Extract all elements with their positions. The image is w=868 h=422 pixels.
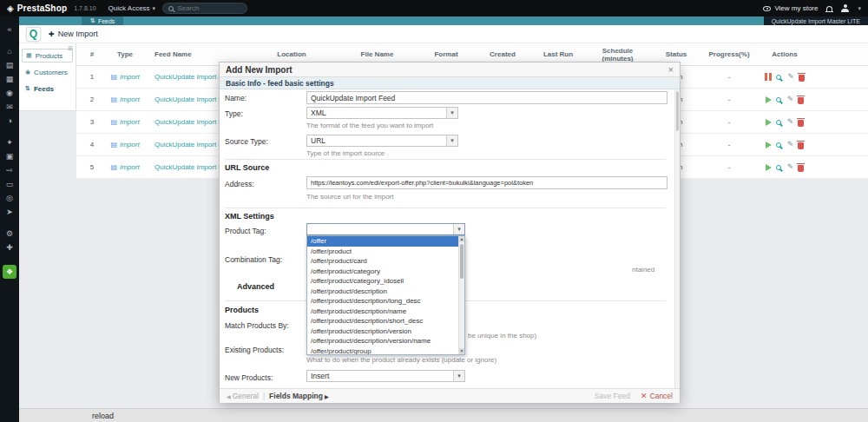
dropdown-option[interactable]: /offer/product/description <box>307 287 464 297</box>
type-select[interactable]: XML ▾ <box>306 107 458 119</box>
edit-pencil-icon[interactable]: ✎ <box>787 141 794 148</box>
fields-mapping-tab[interactable]: Fields Mapping ▶ <box>269 392 329 400</box>
sidebar-item-feeds[interactable]: ⇅ Feeds <box>22 82 73 96</box>
edit-pencil-icon[interactable]: ✎ <box>787 73 794 81</box>
col-last-run[interactable]: Last Run <box>529 50 588 58</box>
cancel-button[interactable]: ✕ Cancel <box>641 392 673 400</box>
quickupdate-module-tile[interactable]: ❖ <box>3 265 16 279</box>
dropdown-option[interactable]: /offer/product/description/version/name <box>307 336 464 346</box>
scrollbar-thumb[interactable] <box>676 91 679 131</box>
run-button[interactable] <box>766 96 772 103</box>
col-schedule[interactable]: Schedule (minutes) <box>588 47 648 63</box>
advanced-toggle[interactable]: Advanced <box>237 282 274 291</box>
basic-info-section-header: Basic Info - feed basic settings <box>220 77 680 89</box>
preview-button[interactable] <box>776 142 781 148</box>
dropdown-option[interactable]: /offer/product/description/name <box>307 307 464 317</box>
user-avatar-icon[interactable] <box>841 4 849 12</box>
orders-icon[interactable]: ▤ <box>6 61 14 69</box>
run-button[interactable] <box>766 164 772 171</box>
payment-icon[interactable]: ▭ <box>6 180 14 188</box>
collapse-menu-icon[interactable]: « <box>7 25 11 34</box>
dropdown-option[interactable]: /offer/product/card <box>307 256 464 267</box>
view-store-label: View my store <box>774 4 818 12</box>
delete-trash-icon[interactable] <box>799 75 805 82</box>
advertising-icon[interactable]: ➤ <box>6 208 13 216</box>
customer-service-icon[interactable]: ✉ <box>6 102 13 111</box>
dropdown-option[interactable]: /offer/product/description/version <box>307 326 464 337</box>
row-type: ▤Import <box>108 96 142 103</box>
preview-button[interactable] <box>776 165 781 170</box>
product-tag-select[interactable]: ▾ <box>306 223 465 235</box>
edit-pencil-icon[interactable]: ✎ <box>787 118 794 126</box>
modal-header: Add New Import × <box>220 63 680 77</box>
new-products-select[interactable]: Insert ▾ <box>306 370 465 382</box>
col-created[interactable]: Created <box>477 50 529 58</box>
version-label: 1.7.8.10 <box>74 5 95 11</box>
shipping-icon[interactable]: ⇨ <box>6 166 13 175</box>
scrollbar-thumb[interactable] <box>460 244 464 279</box>
notifications-bell-icon[interactable] <box>826 6 832 11</box>
modules-icon[interactable]: ✦ <box>6 138 13 147</box>
file-icon: ▤ <box>110 96 117 103</box>
run-button[interactable] <box>766 142 772 148</box>
close-icon[interactable]: × <box>668 65 674 75</box>
col-type[interactable]: Type <box>108 50 142 58</box>
col-feed-name[interactable]: Feed Name <box>142 50 245 58</box>
delete-trash-icon[interactable] <box>798 120 804 127</box>
search-icon <box>168 6 174 11</box>
dropdown-option[interactable]: /offer/product/category_idosell <box>307 276 464 287</box>
delete-trash-icon[interactable] <box>798 142 804 149</box>
dropdown-option[interactable]: /offer/product <box>307 247 464 257</box>
col-file-name[interactable]: File Name <box>339 50 416 58</box>
scroll-down-icon[interactable]: ▼ <box>459 348 464 354</box>
international-icon[interactable]: ◎ <box>6 194 13 202</box>
preview-button[interactable] <box>776 120 781 125</box>
name-field[interactable] <box>306 91 667 104</box>
preview-button[interactable] <box>776 97 781 102</box>
run-button[interactable] <box>766 119 772 126</box>
save-feed-button[interactable]: Save Feed <box>595 392 630 400</box>
stats-icon[interactable]: ◑ <box>7 116 11 125</box>
preview-button[interactable] <box>776 75 781 80</box>
dashboard-icon[interactable]: ⌂ <box>7 47 11 56</box>
shop-parameters-icon[interactable]: ⚙ <box>6 229 13 238</box>
general-tab[interactable]: ◀ General <box>227 392 259 400</box>
edit-pencil-icon[interactable]: ✎ <box>787 96 794 103</box>
reload-link[interactable]: reload <box>92 412 114 420</box>
col-location[interactable]: Location <box>245 50 339 58</box>
col-format[interactable]: Format <box>416 50 477 58</box>
address-field[interactable] <box>306 176 667 189</box>
dropdown-option[interactable]: /offer <box>307 236 464 247</box>
sidebar-item-label: Feeds <box>34 85 54 93</box>
delete-trash-icon[interactable] <box>798 97 804 104</box>
panel-grid-icon[interactable]: ⊞ <box>68 45 73 52</box>
customers-icon[interactable]: ◉ <box>6 89 13 97</box>
design-icon[interactable]: ▣ <box>6 152 14 161</box>
quick-access-menu[interactable]: Quick Access ▾ <box>108 4 156 12</box>
advanced-parameters-icon[interactable]: ✚ <box>6 243 13 252</box>
modal-scrollbar[interactable] <box>674 89 680 388</box>
sidebar-item-products[interactable]: ▦ Products <box>22 49 73 63</box>
global-search[interactable] <box>162 3 247 14</box>
delete-trash-icon[interactable] <box>798 165 804 172</box>
dropdown-option[interactable]: /offer/product/group <box>307 346 464 356</box>
catalog-icon[interactable]: ▦ <box>6 75 14 83</box>
dropdown-option[interactable]: /offer/product/category <box>307 267 464 277</box>
source-type-select[interactable]: URL ▾ <box>306 135 458 147</box>
col-num[interactable]: # <box>76 50 108 58</box>
edit-pencil-icon[interactable]: ✎ <box>787 163 794 171</box>
xml-settings-heading: XML Settings <box>225 212 274 221</box>
tab-feeds[interactable]: ⇅ Feeds <box>82 16 123 25</box>
new-import-button[interactable]: ✚ New Import <box>49 30 98 38</box>
sidebar-item-customers[interactable]: ◉ Customers <box>22 65 73 79</box>
view-store-link[interactable]: View my store <box>763 4 818 12</box>
dropdown-option[interactable]: /offer/product/description/short_desc <box>307 316 464 326</box>
search-input[interactable] <box>177 4 273 12</box>
col-progress[interactable]: Progress(%) <box>705 50 753 58</box>
dropdown-option[interactable]: /offer/product/description/long_desc <box>307 296 464 307</box>
col-status[interactable]: Status <box>648 50 705 58</box>
account-chevron-down-icon[interactable]: ▾ <box>858 5 861 12</box>
pause-button[interactable] <box>765 73 772 81</box>
scroll-up-icon[interactable]: ▲ <box>459 236 464 242</box>
dropdown-scrollbar[interactable]: ▲ ▼ <box>458 236 464 354</box>
